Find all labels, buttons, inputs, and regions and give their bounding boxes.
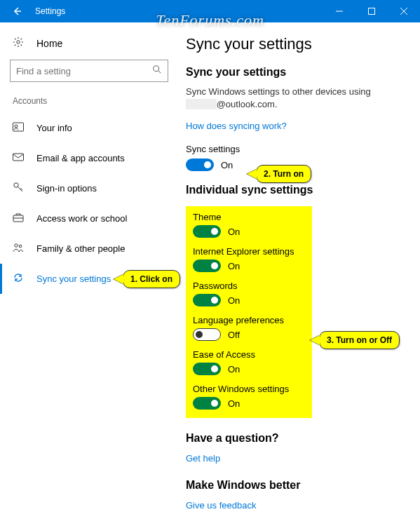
other-toggle[interactable]	[193, 397, 221, 410]
home-link[interactable]: Home	[10, 32, 179, 60]
close-button[interactable]	[388, 0, 420, 22]
highlighted-settings: Theme On Internet Explorer settings On P…	[186, 206, 312, 418]
people-icon	[13, 242, 24, 255]
theme-toggle[interactable]	[193, 225, 221, 238]
sidebar-item-label: Your info	[36, 123, 72, 133]
ease-toggle[interactable]	[193, 363, 221, 375]
svg-point-1	[17, 41, 20, 43]
other-label: Other Windows settings	[193, 384, 305, 394]
ie-label: Internet Explorer settings	[193, 246, 305, 257]
sidebar-item-label: Access work or school	[36, 213, 127, 224]
section-heading: Sync your settings	[186, 66, 399, 79]
help-link[interactable]: How does syncing work?	[186, 121, 287, 131]
language-state: Off	[228, 330, 240, 340]
sidebar-item-label: Family & other people	[36, 243, 125, 254]
home-label: Home	[36, 38, 62, 49]
sidebar-item-label: Email & app accounts	[36, 153, 125, 163]
search-input[interactable]	[10, 60, 168, 82]
sidebar-item-your-info[interactable]: Your info	[10, 113, 179, 143]
callout-2: 2. Turn on	[256, 165, 311, 183]
ease-state: On	[228, 364, 240, 375]
sidebar-item-label: Sign-in options	[36, 183, 97, 194]
ease-label: Ease of Access	[193, 349, 305, 360]
window-controls	[323, 0, 420, 22]
theme-label: Theme	[193, 212, 305, 222]
svg-point-9	[19, 245, 22, 248]
other-state: On	[228, 398, 240, 409]
mail-icon	[13, 151, 24, 165]
svg-point-2	[154, 66, 159, 72]
svg-point-8	[15, 244, 18, 247]
language-toggle[interactable]	[193, 328, 221, 341]
sidebar-item-label: Sync your settings	[36, 274, 111, 284]
minimize-button[interactable]	[323, 0, 355, 22]
callout-1: 1. Click on	[123, 270, 180, 288]
svg-point-4	[15, 125, 18, 128]
sidebar-item-signin[interactable]: Sign-in options	[10, 173, 179, 203]
passwords-toggle[interactable]	[193, 294, 221, 306]
window-title: Settings	[34, 6, 65, 16]
sidebar-item-family[interactable]: Family & other people	[10, 234, 179, 264]
ie-toggle[interactable]	[193, 259, 221, 272]
get-help-link[interactable]: Get help	[186, 453, 220, 464]
svg-rect-0	[369, 8, 375, 15]
person-card-icon	[13, 121, 24, 135]
ie-state: On	[228, 261, 240, 271]
sync-settings-state: On	[221, 160, 233, 170]
titlebar: Settings	[0, 0, 420, 22]
sync-icon	[13, 272, 24, 285]
sidebar-item-email[interactable]: Email & app accounts	[10, 143, 179, 173]
question-heading: Have a question?	[186, 432, 399, 445]
sync-settings-toggle[interactable]	[186, 159, 214, 171]
individual-heading: Individual sync settings	[186, 184, 399, 196]
redacted-email	[186, 99, 217, 109]
language-label: Language preferences	[193, 315, 305, 325]
back-button[interactable]	[0, 0, 34, 22]
maximize-button[interactable]	[355, 0, 388, 22]
sync-settings-label: Sync settings	[186, 144, 399, 154]
passwords-state: On	[228, 295, 240, 306]
key-icon	[13, 182, 24, 195]
passwords-label: Passwords	[193, 281, 305, 291]
callout-3: 3. Turn on or Off	[319, 331, 400, 349]
sidebar-item-work[interactable]: Access work or school	[10, 203, 179, 234]
main-panel: Sync your settings Sync your settings Sy…	[179, 22, 420, 526]
search-field[interactable]	[16, 66, 152, 76]
briefcase-icon	[13, 212, 24, 225]
feedback-link[interactable]: Give us feedback	[186, 500, 256, 511]
gear-icon	[13, 36, 24, 50]
page-title: Sync your settings	[186, 35, 399, 53]
better-heading: Make Windows better	[186, 479, 399, 492]
sidebar-group-label: Accounts	[13, 96, 179, 106]
theme-state: On	[228, 227, 240, 237]
svg-rect-5	[13, 154, 24, 161]
search-icon	[152, 65, 162, 77]
sync-description: Sync Windows settings to other devices u…	[186, 86, 399, 111]
